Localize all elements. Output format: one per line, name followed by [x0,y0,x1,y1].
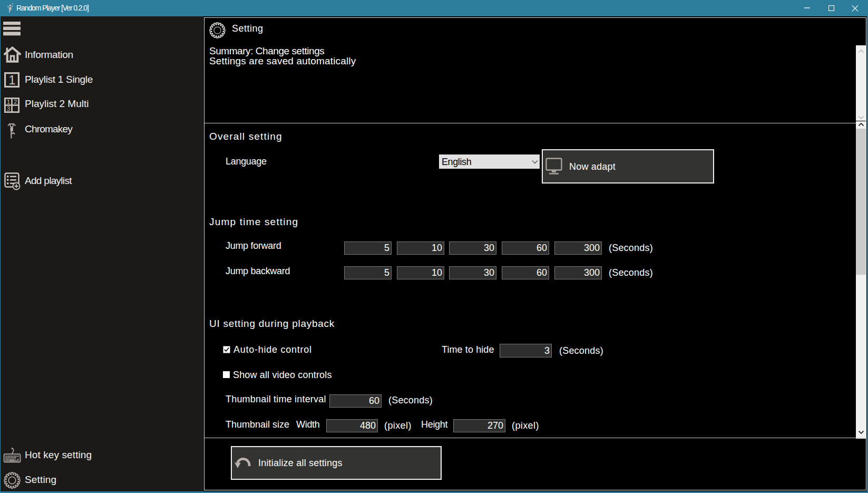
svg-text:3: 3 [7,105,10,112]
svg-text:2: 2 [14,99,17,105]
svg-text:1: 1 [8,73,15,87]
svg-text:1: 1 [7,99,10,105]
